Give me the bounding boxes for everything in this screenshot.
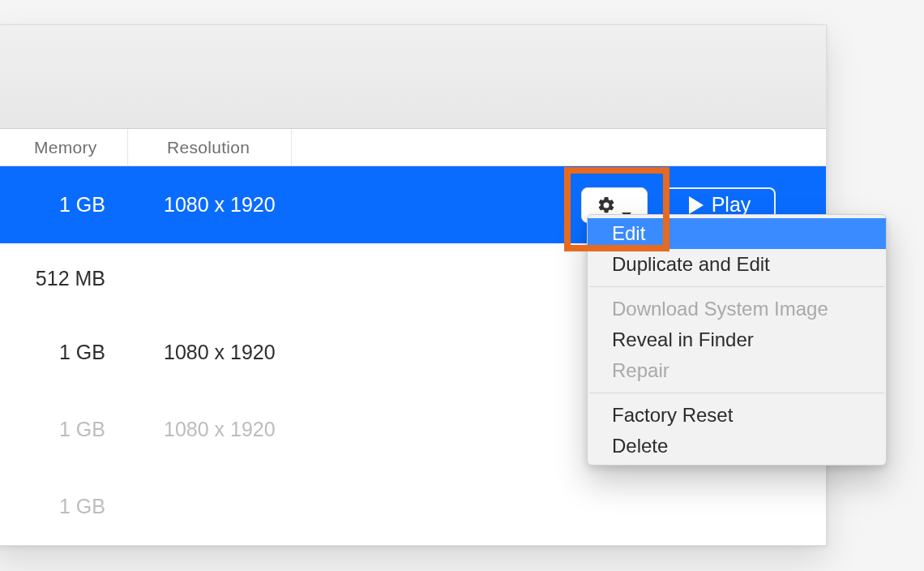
menu-item-repair: Repair xyxy=(588,355,886,386)
column-header-memory[interactable]: Memory xyxy=(0,129,128,165)
menu-item-reveal-in-finder[interactable]: Reveal in Finder xyxy=(588,324,886,355)
chevron-down-icon xyxy=(621,201,632,209)
menu-item-edit[interactable]: Edit xyxy=(588,218,886,249)
play-button-label: Play xyxy=(712,193,751,217)
play-icon xyxy=(689,196,704,214)
cell-memory: 1 GB xyxy=(0,495,128,518)
window-toolbar xyxy=(0,25,826,129)
cell-memory: 1 GB xyxy=(0,418,128,441)
menu-item-delete[interactable]: Delete xyxy=(588,431,886,462)
menu-item-duplicate-and-edit[interactable]: Duplicate and Edit xyxy=(588,249,886,280)
menu-item-download-system-image: Download System Image xyxy=(588,294,886,324)
cell-memory: 1 GB xyxy=(0,341,128,364)
column-header-rest xyxy=(292,129,826,165)
menu-separator xyxy=(589,286,884,287)
gear-icon xyxy=(597,195,616,215)
cell-resolution: 1080 x 1920 xyxy=(128,341,355,364)
cell-resolution: 1080 x 1920 xyxy=(128,193,355,217)
menu-separator xyxy=(589,393,884,393)
row-settings-menu: Edit Duplicate and Edit Download System … xyxy=(587,214,887,466)
cell-memory: 512 MB xyxy=(0,267,128,290)
menu-item-factory-reset[interactable]: Factory Reset xyxy=(588,400,886,431)
cell-resolution: 1080 x 1920 xyxy=(128,418,355,441)
column-header-resolution[interactable]: Resolution xyxy=(128,129,292,165)
table-header: Memory Resolution xyxy=(0,129,826,166)
cell-memory: 1 GB xyxy=(0,193,128,217)
table-row[interactable]: 1 GB xyxy=(0,468,826,545)
